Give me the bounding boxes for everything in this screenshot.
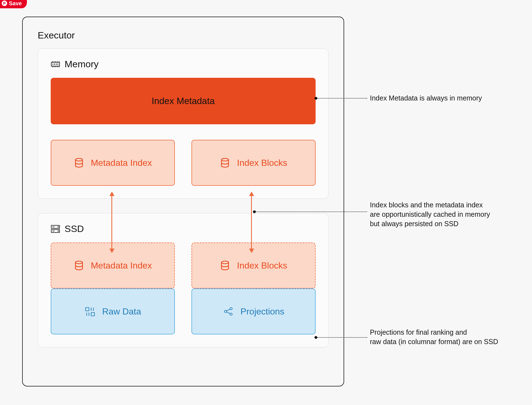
memory-metadata-index-card: Metadata Index [51, 140, 175, 186]
database-icon [74, 260, 84, 271]
svg-rect-0 [51, 62, 60, 66]
svg-rect-25 [86, 308, 89, 311]
svg-point-15 [75, 158, 82, 161]
pinterest-label: Save [9, 0, 22, 7]
connector-dot [314, 97, 317, 100]
memory-metadata-index-label: Metadata Index [91, 158, 152, 168]
svg-line-35 [226, 312, 230, 314]
executor-title: Executor [38, 30, 329, 41]
pinterest-icon: P [2, 1, 7, 6]
connector-dot [314, 336, 317, 339]
index-metadata-box: Index Metadata [51, 78, 316, 124]
ssd-title: SSD [65, 223, 84, 234]
svg-point-32 [230, 308, 232, 310]
ssd-metadata-index-label: Metadata Index [91, 260, 152, 271]
memory-index-blocks-label: Index Blocks [237, 158, 287, 168]
svg-point-16 [222, 158, 229, 161]
index-metadata-label: Index Metadata [152, 96, 215, 106]
pinterest-save-button[interactable]: P Save [0, 0, 27, 8]
svg-point-33 [230, 313, 232, 315]
connector-dot [253, 210, 256, 213]
svg-line-34 [226, 309, 230, 311]
connector-line [317, 337, 367, 338]
svg-point-31 [224, 310, 227, 313]
diagram-canvas: Executor Memory [22, 17, 526, 399]
ssd-tier: SSD Metadata Index [38, 213, 329, 347]
projections-card: Projections [191, 288, 316, 334]
connector-line [317, 98, 367, 99]
graph-icon [223, 306, 234, 316]
projections-label: Projections [241, 306, 284, 317]
memory-index-blocks-card: Index Blocks [191, 140, 316, 186]
raw-data-card: Raw Data [51, 288, 175, 334]
memory-tier: Memory Index Metadata Metadata Index [38, 48, 329, 199]
connector-line [256, 211, 367, 212]
sync-arrow-right [251, 192, 252, 252]
annotation-3: Projections for final ranking and raw da… [370, 328, 498, 347]
sync-arrow-left [111, 192, 112, 252]
svg-point-24 [222, 261, 229, 264]
binary-icon [85, 306, 96, 316]
database-icon [220, 260, 230, 271]
memory-title: Memory [65, 59, 99, 69]
executor-container: Executor Memory [22, 17, 344, 386]
ssd-index-blocks-label: Index Blocks [237, 260, 287, 271]
annotation-2: Index blocks and the metadata index are … [370, 200, 490, 228]
annotation-1: Index Metadata is always in memory [370, 94, 482, 103]
svg-rect-30 [91, 313, 94, 316]
ssd-icon [51, 225, 60, 233]
memory-icon [51, 61, 60, 68]
svg-point-19 [58, 226, 58, 227]
raw-data-label: Raw Data [102, 306, 141, 317]
svg-point-20 [58, 231, 58, 231]
svg-point-23 [75, 261, 82, 264]
database-icon [74, 158, 84, 168]
database-icon [220, 158, 230, 168]
